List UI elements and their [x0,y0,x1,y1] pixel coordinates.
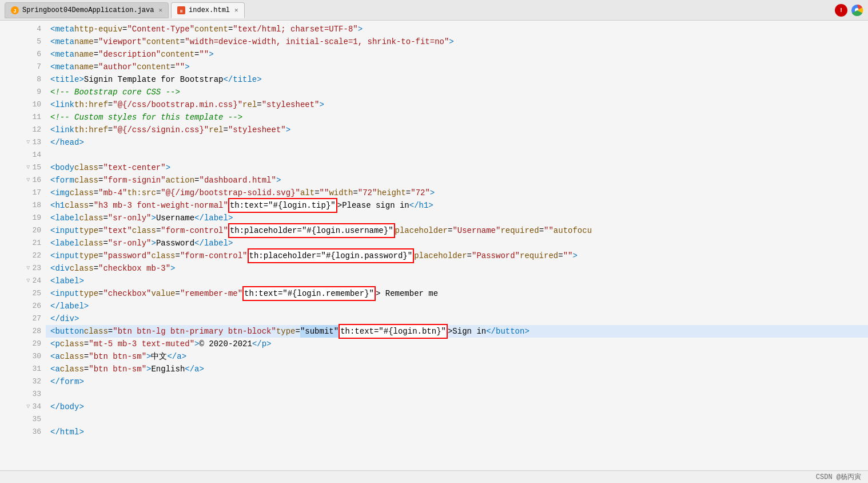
line-num-6: 6 [0,48,41,61]
line-num-35: 35 [0,413,41,426]
java-icon: J [11,6,19,14]
line-num-18: 18 [0,199,41,212]
line-num-25: 25 [0,287,41,300]
line-num-34: ▽34 [0,401,41,413]
code-line-9: <!-- Bootstrap core CSS --> [46,86,868,98]
java-tab-label: Springboot04DemoApplication.java [22,6,154,14]
line-num-16: ▽16 [0,174,41,187]
line-num-31: 31 [0,363,41,375]
code-line-19: <label class="sr-only">Username</label> [46,212,868,224]
code-line-22: <input type="password" class="form-contr… [46,250,868,262]
code-line-34: </body> [46,401,868,413]
code-line-13: </head> [46,136,868,149]
line-num-27: 27 [0,312,41,325]
code-area[interactable]: <meta http-equiv="Content-Type" content=… [46,21,868,483]
line-num-20: 20 [0,224,41,237]
code-line-16: <form class="form-signin" action="dashbo… [46,174,868,187]
html-tab-close[interactable]: ✕ [234,6,238,14]
line-num-24: ▽24 [0,275,41,287]
title-bar: J Springboot04DemoApplication.java ✕ H i… [0,0,868,21]
credit-text: CSDN @杨丙寅 [816,472,861,482]
code-line-36: </html> [46,426,868,438]
code-line-35 [46,413,868,426]
code-line-27: </div> [46,312,868,325]
line-num-14: 14 [0,149,41,161]
line-numbers: 456789101112▽1314▽15▽16171819202122▽23▽2… [0,21,46,483]
line-num-21: 21 [0,237,41,250]
line-num-7: 7 [0,61,41,73]
code-line-18: <h1 class="h3 mb-3 font-weight-normal" t… [46,199,868,212]
line-num-10: 10 [0,98,41,111]
html-tab-label: index.html [189,6,230,14]
line-num-26: 26 [0,300,41,312]
code-line-20: <input type="text" class="form-control" … [46,224,868,237]
java-tab[interactable]: J Springboot04DemoApplication.java ✕ [5,2,169,18]
line-num-33: 33 [0,388,41,401]
line-num-11: 11 [0,111,41,124]
code-line-12: <link th:href="@{/css/signin.css}" rel="… [46,124,868,136]
code-line-5: <meta name="viewport" content="width=dev… [46,35,868,48]
line-num-12: 12 [0,124,41,136]
line-num-4: 4 [0,23,41,35]
code-line-15: <body class="text-center"> [46,161,868,174]
line-num-5: 5 [0,35,41,48]
line-num-17: 17 [0,187,41,199]
line-num-9: 9 [0,86,41,98]
line-num-36: 36 [0,426,41,438]
code-line-23: <div class="checkbox mb-3"> [46,262,868,275]
code-line-8: <title>Signin Template for Bootstrap</ti… [46,73,868,86]
line-num-13: ▽13 [0,136,41,149]
code-line-21: <label class="sr-only">Password</label> [46,237,868,250]
code-line-24: <label> [46,275,868,287]
title-bar-right: ! [835,4,863,17]
code-line-26: </label> [46,300,868,312]
editor-container: 456789101112▽1314▽15▽16171819202122▽23▽2… [0,21,868,483]
html-tab[interactable]: H index.html ✕ [171,2,245,18]
line-num-29: 29 [0,338,41,350]
code-line-7: <meta name="author" content=""> [46,61,868,73]
code-line-17: <img class="mb-4" th:src="@{/img/bootstr… [46,187,868,199]
code-line-6: <meta name="description" content=""> [46,48,868,61]
html-icon: H [177,6,185,14]
code-line-28: <button class="btn btn-lg btn-primary bt… [46,325,868,338]
line-num-8: 8 [0,73,41,86]
code-line-14 [46,149,868,161]
line-num-30: 30 [0,350,41,363]
line-num-32: 32 [0,375,41,388]
line-num-22: 22 [0,250,41,262]
code-line-30: <a class="btn btn-sm">中文</a> [46,350,868,363]
code-line-11: <!-- Custom styles for this template --> [46,111,868,124]
line-num-15: ▽15 [0,161,41,174]
code-line-10: <link th:href="@{/css/bootstrap.min.css}… [46,98,868,111]
chrome-icon [851,4,863,17]
line-num-28: 28 [0,325,41,338]
line-num-19: 19 [0,212,41,224]
svg-text:J: J [13,9,16,14]
code-line-32: </form> [46,375,868,388]
bottom-bar: CSDN @杨丙寅 [0,470,868,483]
code-line-4: <meta http-equiv="Content-Type" content=… [46,23,868,35]
code-line-25: <input type="checkbox" value="remember-m… [46,287,868,300]
code-line-29: <p class="mt-5 mb-3 text-muted">© 2020-2… [46,338,868,350]
notification-icon: ! [835,4,847,17]
line-num-23: ▽23 [0,262,41,275]
code-line-31: <a class="btn btn-sm">English</a> [46,363,868,375]
code-line-33 [46,388,868,401]
svg-text:H: H [180,9,182,14]
java-tab-close[interactable]: ✕ [158,6,162,14]
